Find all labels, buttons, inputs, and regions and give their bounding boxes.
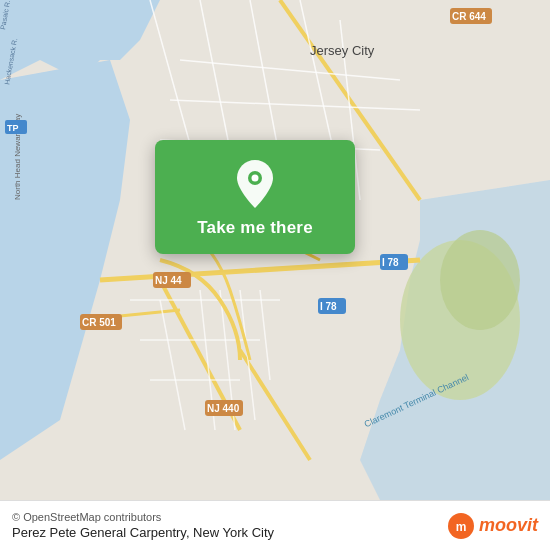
svg-text:Jersey City: Jersey City [310, 43, 375, 58]
bottom-bar: © OpenStreetMap contributors Perez Pete … [0, 500, 550, 550]
svg-text:TP: TP [7, 123, 19, 133]
business-name: Perez Pete General Carpentry, New York C… [12, 525, 274, 540]
svg-text:I 78: I 78 [382, 257, 399, 268]
svg-text:NJ 440: NJ 440 [207, 403, 240, 414]
location-pin-icon [231, 160, 279, 208]
moovit-icon: m [447, 512, 475, 540]
take-me-there-card[interactable]: Take me there [155, 140, 355, 254]
svg-point-49 [252, 175, 259, 182]
svg-text:NJ 44: NJ 44 [155, 275, 182, 286]
bottom-left-info: © OpenStreetMap contributors Perez Pete … [12, 511, 274, 540]
svg-text:m: m [456, 520, 467, 534]
svg-text:I 78: I 78 [320, 301, 337, 312]
svg-point-6 [440, 230, 520, 330]
moovit-logo: m moovit [447, 512, 538, 540]
take-me-there-button-label: Take me there [197, 218, 313, 238]
svg-text:CR 501: CR 501 [82, 317, 116, 328]
svg-text:CR 644: CR 644 [452, 11, 486, 22]
map-attribution: © OpenStreetMap contributors [12, 511, 274, 523]
moovit-brand-name: moovit [479, 515, 538, 536]
map-container: Jersey City I 78 I 78 CR 501 NJ 44 NJ 44… [0, 0, 550, 500]
